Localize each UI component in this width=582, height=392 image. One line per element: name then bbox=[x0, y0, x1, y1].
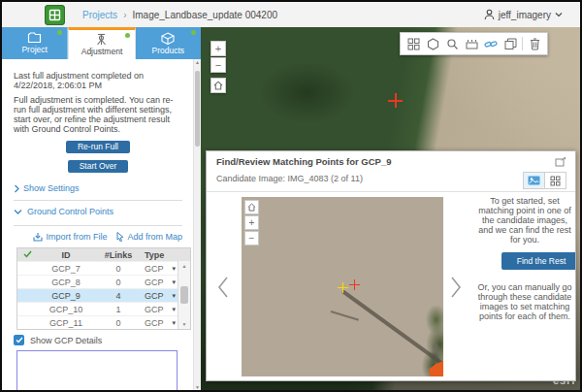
gcp-id: GCP_8 bbox=[37, 278, 95, 287]
gcp-photo-placeholder: Photo not available. bbox=[16, 350, 178, 390]
breadcrumb: Projects › Image_Landbase_update 004200 bbox=[82, 10, 277, 20]
tab-adjustment-label: Adjustment bbox=[81, 47, 123, 56]
gcp-type: GCP bbox=[145, 305, 164, 314]
chevron-down-icon bbox=[555, 12, 563, 17]
candidate-image[interactable]: + − bbox=[242, 197, 443, 376]
table-row-gcp7[interactable]: GCP_7 0 GCP▾ bbox=[17, 261, 190, 275]
single-image-view-button[interactable] bbox=[524, 173, 544, 188]
find-the-rest-button[interactable]: Find the Rest bbox=[501, 252, 576, 270]
col-links[interactable]: #Links bbox=[95, 250, 142, 260]
tab-products[interactable]: Products bbox=[136, 27, 201, 59]
table-row-gcp11[interactable]: GCP_11 0 GCP▾ bbox=[17, 315, 190, 329]
check-icon bbox=[17, 250, 37, 260]
gcp-links-count: 0 bbox=[95, 264, 142, 274]
zoom-in-button[interactable]: + bbox=[210, 41, 226, 56]
table-scrollbar[interactable]: ▲▼ bbox=[178, 261, 190, 329]
gcp-links-count: 4 bbox=[95, 291, 142, 301]
status-dot bbox=[191, 30, 196, 35]
gcp-links-count: 0 bbox=[95, 318, 142, 328]
trash-icon[interactable] bbox=[525, 34, 544, 53]
type-dropdown-icon[interactable]: ▾ bbox=[172, 305, 176, 314]
gcp-links-icon[interactable] bbox=[481, 34, 501, 53]
divider bbox=[14, 225, 182, 226]
last-adjustment-status: Last full adjustment completed on 4/22/2… bbox=[14, 71, 182, 90]
search-icon[interactable] bbox=[442, 34, 462, 53]
show-settings-toggle[interactable]: Show Settings bbox=[14, 183, 182, 193]
cube-icon bbox=[161, 32, 175, 45]
status-dot bbox=[125, 33, 130, 38]
grid-view-button[interactable] bbox=[544, 173, 566, 188]
status-dot bbox=[57, 30, 62, 35]
gcp-type: GCP bbox=[145, 318, 164, 328]
find-review-panel: Find/Review Matching Points for GCP_9 Ca… bbox=[206, 150, 576, 381]
image-zoom-out-button[interactable]: − bbox=[244, 231, 259, 245]
instructions-column: To get started, set matching point in on… bbox=[474, 196, 575, 321]
predicted-point-cross-red bbox=[349, 279, 360, 290]
user-menu[interactable]: jeff_imagery bbox=[484, 2, 563, 27]
gcp-table-header: ID #Links Type bbox=[17, 248, 190, 261]
type-dropdown-icon[interactable]: ▾ bbox=[172, 291, 176, 301]
attribute-table-icon[interactable] bbox=[462, 34, 481, 53]
tab-project[interactable]: Project bbox=[2, 27, 68, 59]
gcp-type: GCP bbox=[145, 291, 164, 301]
import-from-file-link[interactable]: Import from File bbox=[33, 232, 107, 242]
candidate-image-label: Candidate Image: IMG_4083 (2 of 11) bbox=[216, 174, 363, 183]
breadcrumb-separator: › bbox=[123, 10, 126, 20]
scroll-up-icon: ▲ bbox=[182, 261, 187, 271]
gcp-section-title: Ground Control Points bbox=[27, 207, 113, 216]
show-gcp-details-checkbox[interactable] bbox=[14, 335, 24, 345]
scroll-down-icon: ▼ bbox=[182, 319, 187, 329]
start-over-button[interactable]: Start Over bbox=[68, 160, 129, 173]
popout-icon[interactable] bbox=[555, 156, 566, 167]
add-from-map-link[interactable]: Add from Map bbox=[116, 232, 182, 242]
gcp-table-body: GCP_7 0 GCP▾ GCP_8 0 GCP▾ GCP_9 4 bbox=[17, 261, 190, 329]
gcp-id: GCP_7 bbox=[37, 264, 95, 274]
table-row-gcp9-selected[interactable]: GCP_9 4 GCP▾ bbox=[17, 288, 190, 302]
zoom-out-button[interactable]: − bbox=[210, 57, 226, 73]
tab-project-label: Project bbox=[21, 45, 47, 54]
home-extent-button[interactable] bbox=[210, 78, 226, 93]
adjustment-theodolite-icon bbox=[94, 33, 109, 46]
type-dropdown-icon[interactable]: ▾ bbox=[172, 278, 176, 287]
map-toolbar bbox=[400, 32, 548, 55]
show-settings-label: Show Settings bbox=[23, 183, 80, 193]
app-frame: Projects › Image_Landbase_update 004200 … bbox=[2, 2, 580, 390]
chevron-right-icon bbox=[14, 184, 19, 193]
basemap-icon[interactable] bbox=[423, 34, 442, 53]
col-id[interactable]: ID bbox=[37, 250, 95, 260]
rerun-full-button[interactable]: Re-run Full bbox=[66, 141, 130, 153]
divider bbox=[207, 191, 575, 192]
image-home-button[interactable] bbox=[244, 200, 259, 214]
image-zoom-in-button[interactable]: + bbox=[244, 215, 259, 230]
gcp-id: GCP_10 bbox=[37, 305, 95, 314]
previous-image-chevron[interactable] bbox=[216, 276, 232, 299]
table-row-gcp8[interactable]: GCP_8 0 GCP▾ bbox=[17, 275, 190, 288]
matching-point-cross-yellow bbox=[338, 282, 348, 293]
table-row-gcp10[interactable]: GCP_10 1 GCP▾ bbox=[17, 302, 190, 315]
image-collection-icon[interactable] bbox=[501, 34, 520, 53]
view-toggle-group bbox=[523, 172, 566, 189]
app-header: Projects › Image_Landbase_update 004200 … bbox=[2, 2, 580, 28]
gcp-links-count: 0 bbox=[95, 278, 142, 287]
gcp-id: GCP_9 bbox=[37, 291, 95, 301]
import-from-file-label: Import from File bbox=[46, 232, 107, 242]
next-image-chevron[interactable] bbox=[449, 276, 465, 299]
type-dropdown-icon[interactable]: ▾ bbox=[172, 318, 176, 328]
app-logo-icon bbox=[45, 5, 65, 25]
app-window: { "colors": { "accent_blue": "#4f9fd8", … bbox=[0, 0, 582, 392]
gcp-links-count: 1 bbox=[95, 305, 142, 314]
tab-adjustment[interactable]: Adjustment bbox=[68, 27, 135, 59]
panel-scrollbar[interactable]: ▲ ▼ bbox=[193, 59, 201, 390]
map-gcp-cross-marker bbox=[388, 93, 403, 108]
breadcrumb-projects-link[interactable]: Projects bbox=[82, 10, 117, 20]
col-type[interactable]: Type bbox=[142, 250, 178, 260]
map-zoom-controls: + − bbox=[210, 41, 226, 94]
breadcrumb-project-name: Image_Landbase_update 004200 bbox=[132, 10, 277, 20]
map-view[interactable]: esri + − Find/Review Matching Points for… bbox=[201, 27, 580, 390]
find-review-title: Find/Review Matching Points for GCP_9 bbox=[216, 156, 392, 167]
folder-icon bbox=[27, 32, 42, 44]
type-dropdown-icon[interactable]: ▾ bbox=[172, 264, 176, 274]
gcp-id: GCP_11 bbox=[37, 318, 95, 328]
expand-windows-icon[interactable] bbox=[404, 34, 423, 53]
gcp-section-toggle[interactable]: Ground Control Points bbox=[14, 207, 182, 216]
